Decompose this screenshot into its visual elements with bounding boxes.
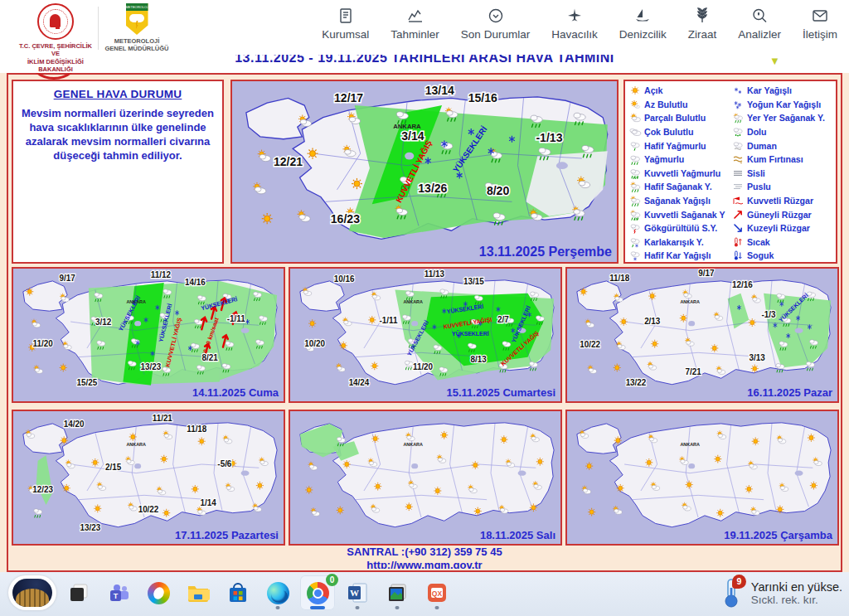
quarkxpress-icon: QX (426, 582, 448, 604)
legend-item: Açık (628, 84, 731, 98)
south-wind-icon (731, 209, 745, 221)
legend-item: Sağanak Yağışlı (628, 194, 731, 208)
copilot-button[interactable] (141, 575, 176, 610)
legend-item: Kuzeyli Rüzgar (731, 221, 834, 235)
task-view-button[interactable] (61, 575, 96, 610)
svg-text:ANKARA: ANKARA (403, 298, 422, 303)
smoke-icon (731, 140, 745, 152)
nav-label: Ziraat (688, 28, 717, 41)
nav-item-denizcilik[interactable]: Denizcilik (619, 7, 667, 41)
legend-item: Yağmurlu (628, 153, 731, 167)
svg-text:9/17: 9/17 (698, 269, 714, 278)
svg-text:ANKARA: ANKARA (403, 441, 422, 446)
nav-item-kurumsal[interactable]: Kurumsal (322, 7, 369, 41)
nav-item-tahminler[interactable]: Tahminler (391, 7, 439, 41)
chart-icon (406, 7, 424, 25)
chrome-button[interactable]: 0 (300, 575, 335, 610)
svg-text:ANKARA: ANKARA (126, 298, 145, 303)
hot-icon (731, 236, 745, 248)
word-icon: W (347, 582, 368, 604)
map-date-label: 16.11.2025 Pazar (747, 386, 832, 399)
svg-text:T: T (113, 591, 118, 599)
svg-text:2/15: 2/15 (105, 463, 121, 472)
word-button[interactable]: W (340, 575, 375, 610)
general-weather-box: GENEL HAVA DURUMU Mevsim normalleri üzer… (12, 80, 224, 264)
svg-text:3/14: 3/14 (401, 129, 424, 143)
legend-item: Çok Bulutlu (628, 125, 731, 139)
legend-label: Soguk (747, 250, 774, 260)
legend-label: Açık (644, 85, 662, 95)
clock-icon (487, 7, 505, 25)
svg-text:ANKARA: ANKARA (680, 441, 699, 446)
widgets-button[interactable] (8, 575, 56, 610)
svg-text:8/13: 8/13 (471, 355, 487, 364)
plane-icon (565, 7, 584, 25)
svg-text:10/20: 10/20 (304, 339, 325, 348)
nav-label: Havacılık (551, 28, 598, 41)
quarkxpress-button[interactable]: QX (420, 575, 454, 610)
svg-text:ANKARA: ANKARA (680, 298, 699, 303)
nav-item-havacılık[interactable]: Havacılık (551, 7, 598, 41)
svg-text:11/21: 11/21 (153, 413, 172, 422)
legend-label: Kar Yağışlı (747, 85, 792, 95)
general-weather-text: Mevsim normalleri üzerinde seyreden hava… (20, 107, 216, 163)
light-rain-icon (628, 140, 642, 152)
svg-text:14/24: 14/24 (349, 377, 370, 386)
task-view-icon (68, 582, 90, 604)
svg-text:11/13: 11/13 (424, 269, 444, 278)
legend-label: Kum Fırtınası (747, 154, 803, 164)
nav-item-son-durumlar[interactable]: Son Durumlar (461, 7, 530, 41)
running-indicator (356, 606, 360, 609)
svg-text:11/20: 11/20 (413, 361, 433, 371)
svg-text:3/13: 3/13 (750, 353, 765, 362)
teams-button[interactable]: T (101, 575, 136, 610)
svg-text:15/16: 15/16 (468, 90, 497, 104)
sun-icon (628, 85, 642, 96)
footer-url[interactable]: http://www.mgm.gov.tr (0, 559, 849, 569)
heavy-snow-icon (731, 99, 745, 110)
svg-text:14/20: 14/20 (64, 420, 85, 429)
svg-text:ANKARA: ANKARA (126, 441, 145, 446)
thunderstorm-icon (628, 222, 642, 234)
strong-wind-icon (731, 195, 745, 206)
svg-text:YÜKSEKLERİ: YÜKSEKLERİ (452, 330, 489, 337)
legend-item: Karlakarışık Y. (628, 235, 731, 250)
svg-text:12/17: 12/17 (334, 90, 363, 104)
svg-text:11/18: 11/18 (187, 424, 206, 433)
legend-item: Kar Yağışlı (731, 84, 834, 98)
svg-text:12/23: 12/23 (32, 485, 53, 494)
turkey-weather-map: ANKARA14/2011/2111/182/1512/2313/2310/22… (13, 411, 284, 544)
svg-text:8/20: 8/20 (487, 183, 509, 196)
taskbar-weather-widget[interactable]: 9 Yarınki en yükse. Sıckl. rek. kır. (720, 576, 842, 609)
turkey-weather-map: YÜKSEKLERİKUVVETLİ YAĞIŞIYÜKSEKLERİYÜKSE… (290, 269, 560, 401)
turkey-weather-map: YÜKSEKLERİANKARA11/189/1712/162/1310/221… (567, 269, 837, 401)
legend-label: Puslu (747, 182, 771, 192)
cold-icon (731, 250, 745, 261)
nav-item-ziraat[interactable]: Ziraat (688, 7, 717, 41)
map-date-label: 19.11.2025 Çarşamba (724, 529, 832, 541)
document-icon (337, 7, 355, 25)
svg-text:10/22: 10/22 (138, 504, 159, 513)
light-snow-icon (628, 250, 642, 261)
svg-text:14/16: 14/16 (185, 278, 206, 287)
nav-item-analizler[interactable]: Analizler (738, 7, 781, 41)
legend-label: Parçalı Bulutlu (644, 113, 706, 123)
widget-subline: Sıckl. rek. kır. (751, 594, 842, 606)
chevron-down-icon[interactable]: ▼ (769, 55, 780, 67)
legend-item: Az Bulutlu (628, 98, 731, 112)
photos-button[interactable] (380, 575, 415, 610)
legend-label: Yoğun Kar Yağışlı (747, 99, 821, 109)
store-button[interactable] (221, 575, 255, 610)
widgets-image-icon (12, 579, 52, 607)
file-explorer-button[interactable] (181, 575, 216, 610)
nav-item-i̇letişim[interactable]: İletişim (803, 7, 837, 41)
legend-label: Yer Yer Sağanak Y. (747, 113, 825, 123)
svg-text:3/12: 3/12 (95, 318, 111, 327)
legend-item: Kum Fırtınası (731, 153, 834, 167)
map-date-label: 13.11.2025 Perşembe (479, 245, 612, 259)
store-icon (227, 582, 249, 604)
ministry-name: T.C. ÇEVRE, ŞEHİRCİLİK VE İKLİM DEĞİŞİKL… (15, 42, 96, 74)
widget-headline: Yarınki en yükse. (751, 580, 842, 594)
edge-button[interactable] (260, 575, 295, 610)
svg-text:-1/13: -1/13 (536, 130, 562, 143)
